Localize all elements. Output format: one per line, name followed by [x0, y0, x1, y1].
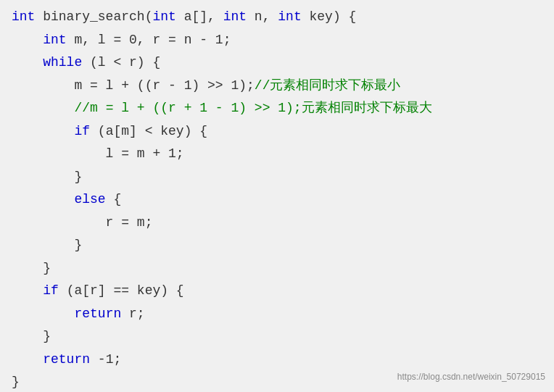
code-line: m = l + ((r - 1) >> 1);//元素相同时求下标最小	[12, 75, 542, 98]
code-lines: int binary_search(int a[], int n, int ke…	[12, 6, 542, 392]
code-line: if (a[m] < key) {	[12, 120, 542, 143]
code-line: return -1;	[12, 349, 542, 372]
code-line: l = m + 1;	[12, 143, 542, 166]
code-line: }	[12, 234, 542, 257]
code-line: int binary_search(int a[], int n, int ke…	[12, 6, 542, 29]
code-line: return r;	[12, 303, 542, 326]
code-line: r = m;	[12, 212, 542, 235]
code-block: int binary_search(int a[], int n, int ke…	[0, 0, 554, 392]
code-line: if (a[r] == key) {	[12, 280, 542, 303]
code-line: }	[12, 257, 542, 280]
code-line: }	[12, 325, 542, 349]
code-line: while (l < r) {	[12, 51, 542, 75]
code-line: int m, l = 0, r = n - 1;	[12, 29, 542, 52]
watermark: https://blog.csdn.net/weixin_50729015	[397, 370, 545, 385]
code-line: else {	[12, 188, 542, 212]
code-line: }	[12, 166, 542, 189]
code-line: //m = l + ((r + 1 - 1) >> 1);元素相同时求下标最大	[12, 97, 542, 120]
